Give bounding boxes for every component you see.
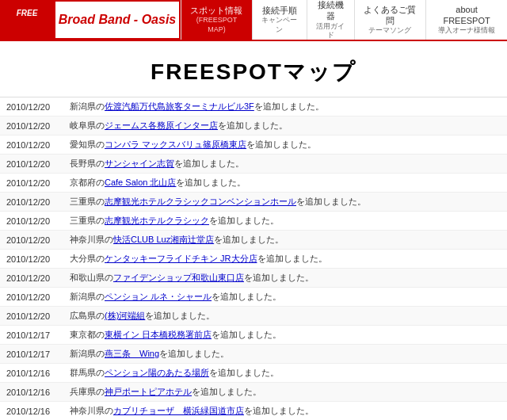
news-link[interactable]: 神戸ポートピアホテル [105,387,192,396]
page-title-area: FREESPOTマップ [0,41,507,97]
news-content: 東京都の東横イン 日本橋税務署前店を追加しました。 [63,326,507,345]
news-date: 2010/12/20 [0,269,63,288]
news-link[interactable]: (株)河端組 [105,311,145,320]
nav-connect-label: 接続手順 [262,5,297,16]
news-row: 2010/12/16群馬県のペンション陽のあたる場所を追加しました。 [0,364,507,383]
news-date: 2010/12/16 [0,383,63,402]
news-link[interactable]: カブリチョーザ 横浜緑国道市店 [113,406,244,415]
news-date: 2010/12/20 [0,155,63,174]
news-row: 2010/12/17新潟県の燕三条 Wingを追加しました。 [0,345,507,364]
news-link[interactable]: ケンタッキーフライドチキン JR大分店 [105,254,257,263]
news-link[interactable]: 燕三条 Wing [105,349,159,358]
news-row: 2010/12/20和歌山県のファイデンショップ和歌山東口店を追加しました。 [0,269,507,288]
news-date: 2010/12/17 [0,326,63,345]
nav-about-label: about FREESPOT [433,4,501,27]
news-date: 2010/12/20 [0,212,63,231]
news-content: 京都府のCafe Salon 北山店を追加しました。 [63,174,507,193]
news-row: 2010/12/20岐阜県のジェームス各務原インター店を追加しました。 [0,116,507,136]
freespot-logo: FREE SPOT [13,6,40,35]
news-content: 三重県の志摩観光ホテルクラシックコンベンションホールを追加しました。 [63,193,507,212]
news-link[interactable]: Cafe Salon 北山店 [105,178,176,187]
news-link[interactable]: 佐渡汽船万代島旅客ターミナルビル3F [105,101,254,111]
brand-area: Broad Band - Oasis [54,0,181,40]
news-row: 2010/12/20新潟県の佐渡汽船万代島旅客ターミナルビル3Fを追加しました。 [0,97,507,116]
nav-spot-sub: (FREESPOT MAP) [188,16,246,34]
news-date: 2010/12/20 [0,174,63,193]
news-link[interactable]: ファイデンショップ和歌山東口店 [113,273,244,282]
nav-spot[interactable]: スポット情報 (FREESPOT MAP) [181,0,252,40]
news-content: 長野県のサンシャイン志賀を追加しました。 [63,155,507,174]
news-date: 2010/12/20 [0,231,63,250]
news-row: 2010/12/16神奈川県のカブリチョーザ 横浜緑国道市店を追加しました。 [0,402,507,421]
news-link[interactable]: 志摩観光ホテルクラシックコンベンションホール [105,197,296,206]
news-content: 新潟県のペンション ルネ・シャールを追加しました。 [63,288,507,307]
news-date: 2010/12/16 [0,402,63,421]
news-link[interactable]: 志摩観光ホテルクラシック [105,216,209,225]
news-content: 神奈川県のカブリチョーザ 横浜緑国道市店を追加しました。 [63,402,507,421]
news-row: 2010/12/20新潟県のペンション ルネ・シャールを追加しました。 [0,288,507,307]
news-row: 2010/12/20三重県の志摩観光ホテルクラシックコンベンションホールを追加し… [0,193,507,212]
news-content: 岐阜県のジェームス各務原インター店を追加しました。 [63,116,507,136]
news-row: 2010/12/20神奈川県の快活CLUB Luz湘南辻堂店を追加しました。 [0,231,507,250]
news-row: 2010/12/20長野県のサンシャイン志賀を追加しました。 [0,155,507,174]
news-link[interactable]: サンシャイン志賀 [105,158,174,168]
brand-text: Broad Band - Oasis [59,13,176,27]
nav-connect-sub: キャンペーン [259,16,300,34]
content-area: 2010/12/20新潟県の佐渡汽船万代島旅客ターミナルビル3Fを追加しました。… [0,97,507,420]
nav-connect[interactable]: 接続手順 キャンペーン [252,0,307,40]
nav-device-label: 接続機器 [314,0,348,22]
nav-device-sub: 活用ガイド [314,22,348,40]
news-link[interactable]: 快活CLUB Luz湘南辻堂店 [113,235,214,244]
news-content: 神奈川県の快活CLUB Luz湘南辻堂店を追加しました。 [63,231,507,250]
news-link[interactable]: 東横イン 日本橋税務署前店 [105,330,212,339]
news-content: 群馬県のペンション陽のあたる場所を追加しました。 [63,364,507,383]
news-row: 2010/12/20京都府のCafe Salon 北山店を追加しました。 [0,174,507,193]
news-date: 2010/12/20 [0,116,63,136]
logo-free-text: FREE [17,9,38,17]
news-content: 新潟県の佐渡汽船万代島旅客ターミナルビル3Fを追加しました。 [63,97,507,116]
news-content: 和歌山県のファイデンショップ和歌山東口店を追加しました。 [63,269,507,288]
news-date: 2010/12/17 [0,345,63,364]
nav-about[interactable]: about FREESPOT 導入オーナ様情報 [425,0,507,40]
nav-faq-label: よくあるご質問 [361,4,420,27]
news-row: 2010/12/17東京都の東横イン 日本橋税務署前店を追加しました。 [0,326,507,345]
news-content: 兵庫県の神戸ポートピアホテルを追加しました。 [63,383,507,402]
header: FREE SPOT Broad Band - Oasis スポット情報 (FRE… [0,0,507,41]
news-content: 三重県の志摩観光ホテルクラシックを追加しました。 [63,212,507,231]
logo-area: FREE SPOT [0,0,54,40]
news-content: 大分県のケンタッキーフライドチキン JR大分店を追加しました。 [63,250,507,269]
news-date: 2010/12/20 [0,97,63,116]
nav-spot-label: スポット情報 [190,5,242,16]
news-date: 2010/12/20 [0,250,63,269]
news-link[interactable]: ペンション ルネ・シャール [105,292,212,301]
news-content: 広島県の(株)河端組を追加しました。 [63,307,507,326]
news-content: 愛知県のコンパラ マックスバリュ篠原橋東店を追加しました。 [63,136,507,155]
news-date: 2010/12/20 [0,193,63,212]
news-row: 2010/12/20広島県の(株)河端組を追加しました。 [0,307,507,326]
news-date: 2010/12/16 [0,364,63,383]
nav-device[interactable]: 接続機器 活用ガイド [307,0,354,40]
nav-area: スポット情報 (FREESPOT MAP) 接続手順 キャンペーン 接続機器 活… [181,0,507,40]
news-date: 2010/12/20 [0,136,63,155]
news-link[interactable]: ジェームス各務原インター店 [105,120,218,130]
nav-faq-sub: テーマソング [368,26,411,36]
news-date: 2010/12/20 [0,288,63,307]
news-content: 新潟県の燕三条 Wingを追加しました。 [63,345,507,364]
news-row: 2010/12/20大分県のケンタッキーフライドチキン JR大分店を追加しました… [0,250,507,269]
news-tbody: 2010/12/20新潟県の佐渡汽船万代島旅客ターミナルビル3Fを追加しました。… [0,97,507,420]
news-table: 2010/12/20新潟県の佐渡汽船万代島旅客ターミナルビル3Fを追加しました。… [0,97,507,420]
news-link[interactable]: コンパラ マックスバリュ篠原橋東店 [105,139,246,149]
news-row: 2010/12/20三重県の志摩観光ホテルクラシックを追加しました。 [0,212,507,231]
logo-spot-text: SPOT [16,24,37,32]
nav-faq[interactable]: よくあるご質問 テーマソング [354,0,426,40]
nav-about-sub: 導入オーナ様情報 [438,26,495,36]
news-row: 2010/12/20愛知県のコンパラ マックスバリュ篠原橋東店を追加しました。 [0,136,507,155]
news-date: 2010/12/20 [0,307,63,326]
news-link[interactable]: ペンション陽のあたる場所 [105,368,209,377]
page-title: FREESPOTマップ [0,57,507,87]
news-row: 2010/12/16兵庫県の神戸ポートピアホテルを追加しました。 [0,383,507,402]
